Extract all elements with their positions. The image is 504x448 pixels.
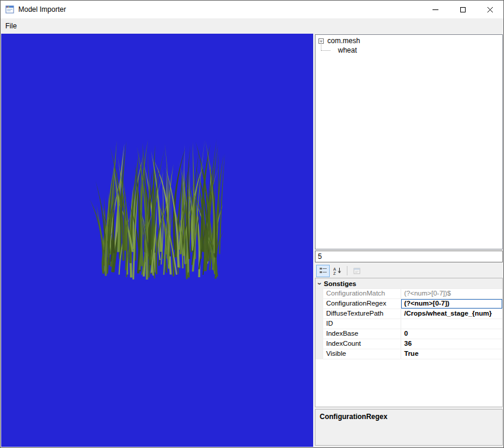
svg-text:A: A [333,267,336,271]
tree-node-label: wheat [338,46,357,54]
property-name[interactable]: IndexBase [323,329,401,339]
toolbar-separator [347,266,347,275]
minimize-button[interactable] [422,1,449,18]
description-pane: ConfigurationRegex [315,409,503,446]
propgrid-toolbar: A Z [315,264,503,278]
property-value[interactable]: 0 [401,329,502,339]
property-grid-body: › Sonstiges ConfigurationMatch (?<num>[0… [315,278,503,407]
maximize-button[interactable] [449,1,476,18]
categorized-button[interactable] [316,265,330,277]
menubar: File [1,18,503,34]
property-name[interactable]: ConfigurationMatch [323,289,401,298]
property-name[interactable]: IndexCount [323,339,401,349]
window-title: Model Importer [18,5,66,14]
close-button[interactable] [476,1,503,18]
mesh-tree: − com.mesh wheat [315,34,503,249]
property-row: ConfigurationRegex (?<num>[0-7]) [316,299,502,309]
property-name[interactable]: DiffuseTexturePath [323,309,401,319]
property-value[interactable]: (?<num>[0-7])$ [401,289,502,298]
property-value[interactable] [401,319,502,329]
svg-text:Z: Z [333,271,336,275]
property-row: Visible True [316,349,502,359]
app-icon[interactable] [5,5,15,14]
alphabetical-sort-icon: A Z [333,267,342,275]
close-icon [487,7,493,13]
wheat-model [89,133,233,281]
property-row: ConfigurationMatch (?<num>[0-7])$ [316,289,502,299]
property-name[interactable]: Visible [323,349,401,359]
maximize-icon [460,7,466,12]
description-title: ConfigurationRegex [320,413,498,421]
menu-file[interactable]: File [1,18,21,34]
property-name[interactable]: ID [323,319,401,329]
app-window: Model Importer File − [0,0,504,448]
category-label: Sonstiges [324,280,356,287]
property-grid: A Z [315,264,503,446]
property-row: ID [316,319,502,329]
tree-node-root[interactable]: − com.mesh [316,36,502,46]
tree-node-label: com.mesh [327,37,360,45]
property-pages-button [350,265,363,277]
main-content: − com.mesh wheat [1,34,503,447]
property-row: DiffuseTexturePath /Crops/wheat_stage_{n… [316,309,502,319]
property-pages-icon [353,267,361,275]
minimize-icon [433,9,438,10]
property-value[interactable]: 36 [401,339,502,349]
tree-node-wheat[interactable]: wheat [316,46,502,55]
right-panel: − com.mesh wheat [315,34,503,447]
property-value[interactable]: (?<num>[0-7]) [401,299,502,309]
property-name[interactable]: ConfigurationRegex [323,299,401,309]
category-row[interactable]: › Sonstiges [316,278,502,289]
titlebar: Model Importer [1,1,503,18]
value-textbox[interactable] [315,251,503,262]
chevron-down-icon: › [316,280,324,288]
property-value[interactable]: True [401,349,502,359]
property-value[interactable]: /Crops/wheat_stage_{num} [401,309,502,319]
viewport[interactable] [1,34,313,447]
categorized-icon [319,267,327,275]
property-row: IndexCount 36 [316,339,502,349]
property-row: IndexBase 0 [316,329,502,339]
alphabetical-button[interactable]: A Z [330,265,344,277]
